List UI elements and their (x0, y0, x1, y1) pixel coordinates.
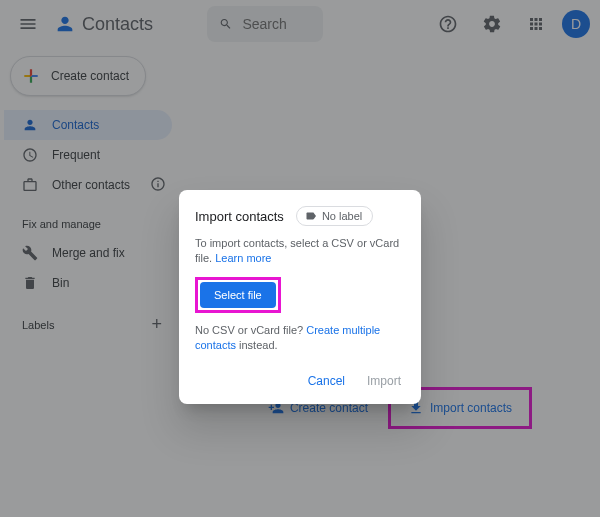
dialog-alt-text: No CSV or vCard file? Create multiple co… (195, 323, 405, 354)
label-chip-text: No label (322, 210, 362, 222)
dialog-title: Import contacts (195, 209, 284, 224)
select-file-button[interactable]: Select file (200, 282, 276, 308)
modal-overlay: Import contacts No label To import conta… (0, 0, 600, 517)
cancel-button[interactable]: Cancel (304, 368, 349, 394)
highlight-annotation: Select file (195, 277, 281, 313)
dialog-instructions: To import contacts, select a CSV or vCar… (195, 236, 405, 267)
label-selector-chip[interactable]: No label (296, 206, 373, 226)
import-button[interactable]: Import (363, 368, 405, 394)
label-icon (305, 210, 317, 222)
import-dialog: Import contacts No label To import conta… (179, 190, 421, 404)
learn-more-link[interactable]: Learn more (215, 252, 271, 264)
